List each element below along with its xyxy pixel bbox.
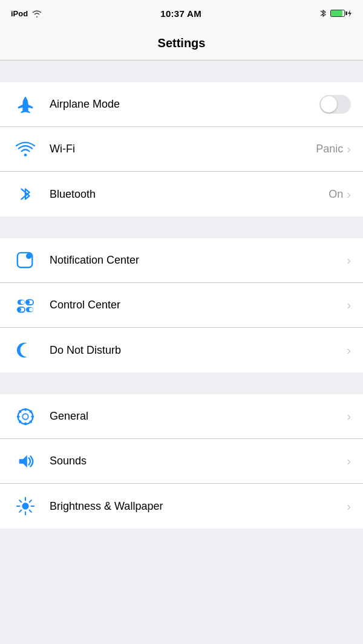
page-title: Settings	[158, 36, 206, 50]
sounds-chevron: ›	[347, 454, 351, 468]
bluetooth-status-icon	[319, 8, 327, 18]
general-icon	[12, 403, 39, 430]
status-time: 10:37 AM	[160, 8, 201, 19]
status-right	[319, 8, 352, 18]
svg-rect-15	[25, 422, 27, 425]
toggle-knob	[321, 96, 337, 112]
notification-center-label: Notification Center	[50, 254, 347, 267]
sounds-icon	[12, 448, 39, 475]
battery-icon	[330, 10, 352, 17]
general-label: General	[50, 410, 347, 423]
control-center-label: Control Center	[50, 299, 347, 311]
section-gap-2	[0, 216, 363, 238]
notifications-group: Notification Center › Control Center ›	[0, 238, 363, 372]
notification-center-row[interactable]: Notification Center ›	[0, 238, 363, 283]
notification-center-icon	[12, 247, 39, 274]
airplane-icon	[12, 91, 39, 118]
svg-marker-0	[348, 10, 352, 17]
bluetooth-chevron: ›	[347, 187, 351, 201]
control-center-chevron: ›	[347, 298, 351, 312]
wifi-status-icon	[31, 9, 42, 18]
brightness-label: Brightness & Wallpaper	[50, 500, 347, 513]
sounds-label: Sounds	[50, 455, 347, 467]
wifi-icon	[12, 136, 39, 163]
svg-rect-14	[25, 408, 27, 411]
device-group: General › Sounds ›	[0, 394, 363, 529]
svg-rect-17	[31, 415, 34, 417]
general-chevron: ›	[347, 409, 351, 423]
section-gap-1	[0, 60, 363, 82]
sounds-row[interactable]: Sounds ›	[0, 439, 363, 484]
control-center-row[interactable]: Control Center ›	[0, 283, 363, 328]
svg-line-31	[19, 510, 21, 512]
svg-marker-22	[19, 455, 27, 467]
nav-bar: Settings	[0, 27, 363, 60]
svg-point-11	[29, 307, 33, 311]
bluetooth-icon	[12, 181, 39, 207]
bluetooth-row[interactable]: Bluetooth On ›	[0, 172, 363, 216]
wifi-row[interactable]: Wi-Fi Panic ›	[0, 127, 363, 172]
svg-point-23	[22, 503, 28, 509]
svg-point-3	[26, 253, 31, 258]
device-label: iPod	[11, 9, 28, 18]
charging-icon	[347, 10, 352, 17]
svg-point-9	[17, 307, 21, 311]
do-not-disturb-chevron: ›	[347, 343, 351, 357]
do-not-disturb-icon	[12, 337, 39, 363]
wifi-value: Panic	[316, 143, 343, 155]
status-left: iPod	[11, 9, 42, 18]
bluetooth-value: On	[329, 188, 343, 201]
brightness-chevron: ›	[347, 499, 351, 513]
wifi-chevron: ›	[347, 142, 351, 156]
svg-point-7	[25, 300, 30, 304]
wifi-label: Wi-Fi	[50, 143, 316, 155]
svg-line-29	[30, 510, 31, 512]
airplane-mode-label: Airplane Mode	[50, 98, 319, 111]
svg-rect-16	[17, 415, 20, 417]
brightness-icon	[12, 493, 39, 519]
status-bar: iPod 10:37 AM	[0, 0, 363, 27]
airplane-mode-toggle[interactable]	[319, 95, 351, 114]
brightness-row[interactable]: Brightness & Wallpaper ›	[0, 484, 363, 529]
do-not-disturb-row[interactable]: Do Not Disturb ›	[0, 328, 363, 372]
general-row[interactable]: General ›	[0, 394, 363, 439]
connectivity-group: Airplane Mode Wi-Fi Panic › Bluetooth On…	[0, 82, 363, 216]
svg-point-5	[21, 300, 25, 304]
bluetooth-label: Bluetooth	[50, 188, 329, 201]
do-not-disturb-label: Do Not Disturb	[50, 344, 347, 357]
control-center-icon	[12, 292, 39, 319]
svg-line-28	[19, 500, 21, 502]
notification-center-chevron: ›	[347, 253, 351, 267]
section-gap-3	[0, 372, 363, 394]
svg-point-13	[22, 414, 28, 419]
svg-line-30	[30, 500, 31, 502]
svg-point-1	[24, 153, 27, 156]
airplane-mode-row[interactable]: Airplane Mode	[0, 82, 363, 127]
